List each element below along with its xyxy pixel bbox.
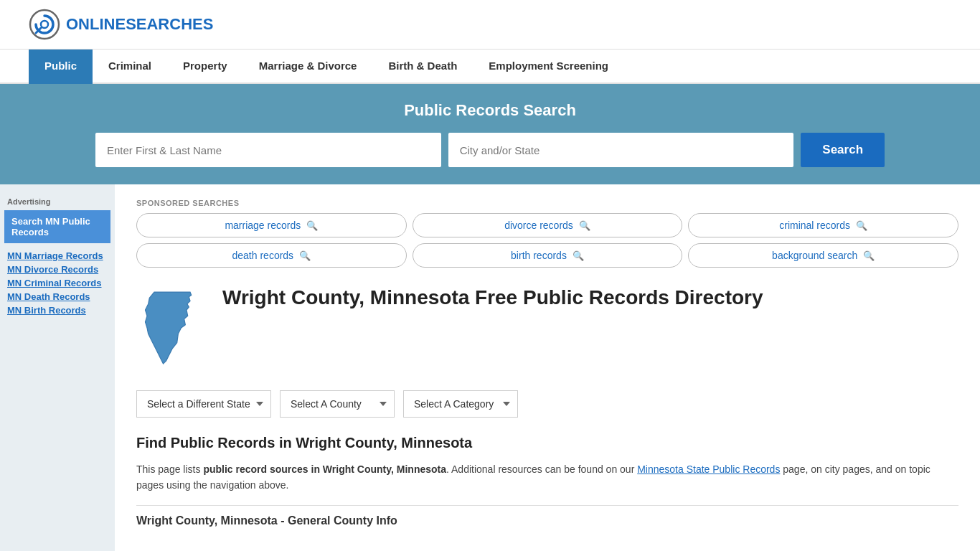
search-icon-2: 🔍 — [579, 220, 590, 231]
search-icon-6: 🔍 — [863, 250, 875, 261]
tag-birth-records[interactable]: birth records 🔍 — [413, 243, 683, 268]
main-wrapper: Advertising Search MN Public Records MN … — [0, 184, 980, 551]
nav-item-employment[interactable]: Employment Screening — [473, 50, 624, 84]
dropdowns: Select a Different State Select A County… — [136, 390, 958, 418]
state-dropdown[interactable]: Select a Different State — [136, 390, 271, 418]
main-nav: Public Criminal Property Marriage & Divo… — [0, 50, 980, 84]
county-dropdown[interactable]: Select A County — [280, 390, 395, 418]
nav-item-birth-death[interactable]: Birth & Death — [372, 50, 473, 84]
nav-item-criminal[interactable]: Criminal — [93, 50, 167, 84]
sidebar-link-divorce[interactable]: MN Divorce Records — [7, 264, 108, 275]
search-icon-4: 🔍 — [299, 250, 311, 261]
sidebar-link-marriage[interactable]: MN Marriage Records — [7, 250, 108, 261]
svg-point-0 — [30, 10, 59, 39]
nav-item-marriage-divorce[interactable]: Marriage & Divorce — [243, 50, 373, 84]
category-dropdown[interactable]: Select A Category — [403, 390, 518, 418]
sidebar-ad-button[interactable]: Search MN Public Records — [4, 210, 110, 243]
tag-criminal-label: criminal records — [779, 220, 850, 231]
search-tags: marriage records 🔍 divorce records 🔍 cri… — [136, 213, 958, 268]
search-form: Search — [95, 133, 885, 167]
tag-marriage-records[interactable]: marriage records 🔍 — [136, 213, 407, 237]
tag-divorce-label: divorce records — [504, 220, 573, 231]
tag-background-label: background search — [772, 250, 857, 261]
sidebar-links: MN Marriage Records MN Divorce Records M… — [0, 245, 115, 324]
title-section: Wright County, Minnesota Free Public Rec… — [136, 285, 958, 373]
tag-criminal-records[interactable]: criminal records 🔍 — [688, 213, 958, 237]
find-desc-bold: public record sources in Wright County, … — [203, 463, 446, 475]
location-input[interactable] — [448, 133, 794, 167]
tag-death-records[interactable]: death records 🔍 — [136, 243, 407, 268]
sponsored-label: SPONSORED SEARCHES — [136, 199, 958, 207]
page-title: Wright County, Minnesota Free Public Rec… — [222, 285, 763, 311]
tag-background-search[interactable]: background search 🔍 — [688, 243, 958, 268]
logo-icon — [29, 9, 60, 40]
content-area: SPONSORED SEARCHES marriage records 🔍 di… — [115, 184, 980, 551]
tag-death-label: death records — [232, 250, 294, 261]
header: ONLINESEARCHES — [0, 0, 980, 50]
county-info-title: Wright County, Minnesota - General Count… — [136, 505, 958, 527]
find-desc-text-2: . Additional resources can be found on o… — [446, 463, 637, 475]
logo-text: ONLINESEARCHES — [66, 15, 213, 34]
search-banner: Public Records Search Search — [0, 84, 980, 184]
search-button[interactable]: Search — [801, 133, 885, 167]
nav-item-public[interactable]: Public — [29, 50, 93, 84]
tag-marriage-label: marriage records — [225, 220, 301, 231]
logo: ONLINESEARCHES — [29, 9, 213, 40]
nav-item-property[interactable]: Property — [167, 50, 243, 84]
tag-divorce-records[interactable]: divorce records 🔍 — [413, 213, 683, 237]
find-records-desc: This page lists public record sources in… — [136, 461, 958, 494]
sidebar: Advertising Search MN Public Records MN … — [0, 184, 115, 551]
find-records-title: Find Public Records in Wright County, Mi… — [136, 435, 958, 451]
tag-birth-label: birth records — [511, 250, 567, 261]
name-input[interactable] — [95, 133, 441, 167]
search-icon-3: 🔍 — [856, 220, 867, 231]
svg-point-1 — [41, 21, 48, 28]
sidebar-ad-label: Advertising — [0, 192, 115, 209]
find-desc-text-1: This page lists — [136, 463, 203, 475]
state-map — [136, 285, 208, 373]
search-banner-title: Public Records Search — [29, 101, 951, 120]
sidebar-link-criminal[interactable]: MN Criminal Records — [7, 278, 108, 288]
search-icon-5: 🔍 — [573, 250, 584, 261]
sidebar-link-birth[interactable]: MN Birth Records — [7, 305, 108, 316]
minnesota-link[interactable]: Minnesota State Public Records — [637, 463, 780, 475]
search-icon-1: 🔍 — [306, 220, 318, 231]
sidebar-link-death[interactable]: MN Death Records — [7, 291, 108, 302]
